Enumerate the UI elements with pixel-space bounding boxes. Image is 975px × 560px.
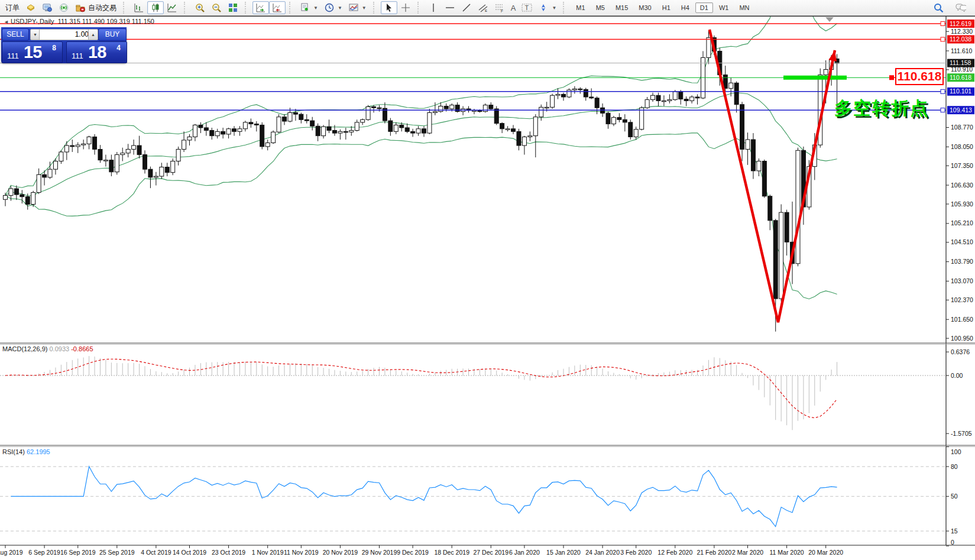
autoscroll-button[interactable] xyxy=(252,1,269,14)
timeframe-d1[interactable]: D1 xyxy=(695,2,713,13)
new-order-button[interactable]: 订单 xyxy=(2,2,22,14)
text-tool[interactable]: A xyxy=(508,2,519,14)
line-handle[interactable] xyxy=(941,89,945,93)
date-tick-label[interactable]: 15 Jan 2020 xyxy=(546,549,581,556)
shapes-tool[interactable]: ▼ xyxy=(535,1,559,14)
date-tick-label[interactable]: 28 Aug 2019 xyxy=(0,549,23,556)
autotrade-label: 自动交易 xyxy=(88,3,116,13)
date-tick-label[interactable]: 23 Oct 2019 xyxy=(212,549,245,556)
timeframe-w1[interactable]: W1 xyxy=(714,2,734,13)
bear-candle xyxy=(20,195,24,197)
bear-candle xyxy=(405,128,409,131)
date-tick-label[interactable]: 9 Dec 2019 xyxy=(397,549,429,556)
line-handle[interactable] xyxy=(941,108,945,112)
timeframe-mn[interactable]: MN xyxy=(734,2,754,13)
bar-chart-button[interactable] xyxy=(131,1,147,14)
templates-button[interactable]: ▼ xyxy=(345,1,370,14)
bull-candle xyxy=(361,119,365,122)
zoom-in-button[interactable] xyxy=(192,1,208,14)
bull-candle xyxy=(193,125,197,137)
timeframe-h4[interactable]: H4 xyxy=(676,2,694,13)
date-tick-label[interactable]: 11 Mar 2020 xyxy=(770,549,804,556)
bull-candle xyxy=(277,117,281,132)
chart-shift-button[interactable] xyxy=(269,1,286,14)
date-tick-label[interactable]: 6 Sep 2019 xyxy=(28,549,60,556)
toolbar-separator xyxy=(417,2,422,14)
bull-candle xyxy=(82,144,86,145)
tile-windows-button[interactable] xyxy=(225,1,241,14)
date-tick-label[interactable]: 29 Nov 2019 xyxy=(362,549,397,556)
bear-candle xyxy=(740,105,744,150)
volume-increase-button[interactable]: ▲ xyxy=(88,29,98,40)
periods-button[interactable]: ▼ xyxy=(321,1,345,14)
buy-button[interactable]: BUY xyxy=(98,28,127,41)
fibonacci-tool[interactable]: F xyxy=(491,1,508,14)
trendline-tool[interactable] xyxy=(458,1,475,14)
buy-price-display[interactable]: 111 18 4 xyxy=(66,41,127,63)
collapse-marker-icon[interactable]: ◄ xyxy=(4,19,9,25)
bear-candle xyxy=(199,125,203,128)
date-tick-label[interactable]: 16 Sep 2019 xyxy=(60,549,96,556)
timeframe-m15[interactable]: M15 xyxy=(611,2,633,13)
chart-canvas[interactable]: 112.330111.610110.910108.770108.050107.3… xyxy=(0,15,975,560)
date-tick-label[interactable]: 27 Dec 2019 xyxy=(474,549,509,556)
date-tick-label[interactable]: 25 Sep 2019 xyxy=(99,549,135,556)
zoom-out-button[interactable] xyxy=(208,1,225,14)
date-tick-label[interactable]: 1 Nov 2019 xyxy=(252,549,284,556)
signal-button[interactable] xyxy=(56,1,72,14)
date-tick-label[interactable]: 24 Jan 2020 xyxy=(585,549,620,556)
volume-input[interactable]: 1.00 xyxy=(39,29,92,40)
ohlc-values: 111.315 111.490 109.319 111.150 xyxy=(58,18,154,25)
timeframe-m30[interactable]: M30 xyxy=(634,2,656,13)
timeframe-h1[interactable]: H1 xyxy=(657,2,675,13)
line-handle[interactable] xyxy=(941,22,945,26)
new-chart-button[interactable]: ▼ xyxy=(297,1,321,14)
date-tick-label[interactable]: 3 Feb 2020 xyxy=(620,549,652,556)
bear-candle xyxy=(316,126,320,135)
date-tick-label[interactable]: 14 Oct 2019 xyxy=(173,549,206,556)
candlestick-chart-button[interactable] xyxy=(147,1,164,14)
date-tick-label[interactable]: 18 Dec 2019 xyxy=(434,549,469,556)
line-handle[interactable] xyxy=(941,37,945,41)
terminal-button[interactable] xyxy=(39,1,56,14)
chinese-annotation-text[interactable]: 多空转折点 xyxy=(834,96,929,121)
date-tick-label[interactable]: 2 Mar 2020 xyxy=(732,549,763,556)
cursor-button[interactable] xyxy=(381,1,397,14)
bear-candle xyxy=(762,161,766,196)
bull-candle xyxy=(567,90,571,97)
new-chart-icon xyxy=(300,2,310,13)
date-tick-label[interactable]: 4 Oct 2019 xyxy=(141,549,171,556)
bear-candle xyxy=(143,155,147,170)
channel-tool[interactable]: E xyxy=(475,1,491,14)
bear-candle xyxy=(489,105,493,109)
orders-book-button[interactable] xyxy=(22,1,39,14)
bull-candle xyxy=(433,112,437,113)
line-chart-button[interactable] xyxy=(164,1,180,14)
orders-book-icon xyxy=(25,2,36,13)
sell-price-display[interactable]: 111 15 8 xyxy=(2,41,63,63)
horizontal-line-tool[interactable] xyxy=(442,1,458,14)
cursor-icon xyxy=(384,2,394,13)
date-tick-label[interactable]: 20 Nov 2019 xyxy=(323,549,358,556)
date-tick-label[interactable]: 6 Jan 2020 xyxy=(509,549,540,556)
price-level-box[interactable]: 110.618 xyxy=(895,68,944,85)
price-badge-label: 112.038 xyxy=(950,35,971,43)
vertical-line-tool[interactable] xyxy=(425,1,442,14)
date-tick-label[interactable]: 20 Mar 2020 xyxy=(808,549,843,556)
price-tick-label: 101.650 xyxy=(951,316,973,323)
date-tick-label[interactable]: 12 Feb 2020 xyxy=(657,549,692,556)
text-label-tool[interactable]: T xyxy=(519,1,535,14)
bear-candle xyxy=(344,131,348,132)
sell-button[interactable]: SELL xyxy=(2,28,29,41)
bull-candle xyxy=(53,161,57,170)
bear-candle xyxy=(589,97,594,98)
autotrade-button[interactable]: 自动交易 xyxy=(72,1,119,14)
timeframe-m5[interactable]: M5 xyxy=(591,2,610,13)
timeframe-m1[interactable]: M1 xyxy=(571,2,589,13)
symbol-search-button[interactable] xyxy=(930,1,947,14)
date-tick-label[interactable]: 11 Nov 2019 xyxy=(284,549,319,556)
chat-button[interactable] xyxy=(953,1,969,14)
bull-candle xyxy=(366,106,370,119)
crosshair-button[interactable] xyxy=(397,1,414,14)
date-tick-label[interactable]: 21 Feb 2020 xyxy=(697,549,731,556)
